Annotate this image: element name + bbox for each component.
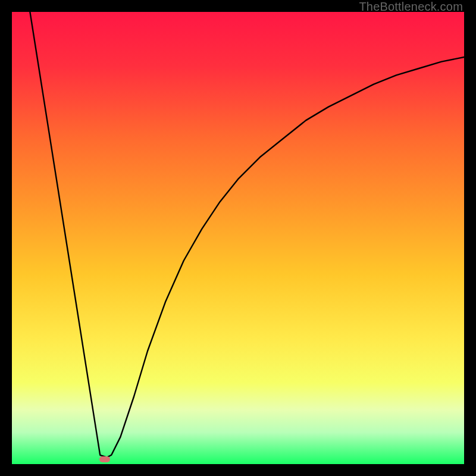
bottleneck-curve [30, 12, 464, 458]
chart-frame: TheBottleneck.com [0, 0, 476, 476]
curve-layer [12, 12, 464, 464]
plot-area [12, 12, 464, 464]
optimum-marker [99, 456, 110, 462]
